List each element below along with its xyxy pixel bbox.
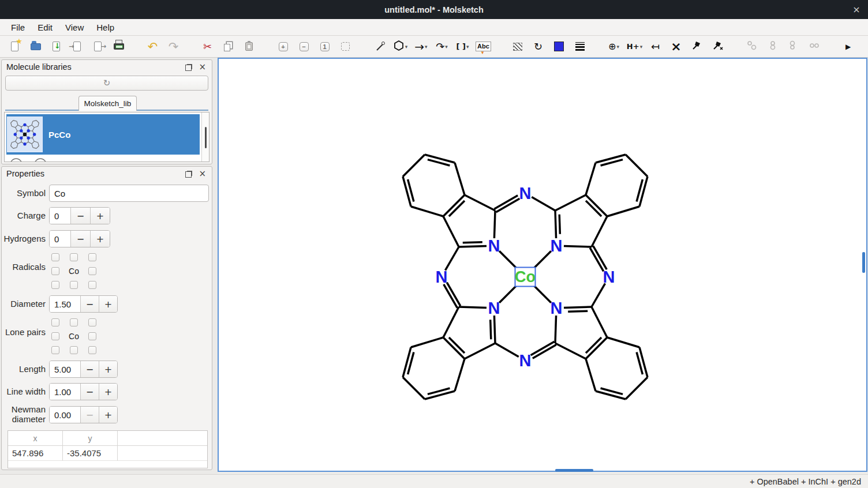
lone-pair-checkbox[interactable] bbox=[51, 346, 59, 354]
lone-pair-checkbox[interactable] bbox=[70, 318, 78, 326]
bond[interactable] bbox=[555, 316, 556, 343]
electron-flow-icon[interactable]: ↤ bbox=[648, 39, 663, 54]
radical-checkbox[interactable] bbox=[51, 267, 59, 275]
add-hydrogen-dropdown-icon[interactable]: ▾ bbox=[640, 44, 643, 50]
cut-icon[interactable]: ✂ bbox=[200, 39, 215, 54]
lone-pair-checkbox[interactable] bbox=[88, 346, 96, 354]
bond[interactable] bbox=[32, 141, 34, 144]
bond[interactable] bbox=[28, 142, 32, 144]
mechanics-icon[interactable] bbox=[689, 39, 705, 54]
bond[interactable] bbox=[586, 337, 607, 359]
bond[interactable] bbox=[443, 337, 465, 359]
diameter-increment-button[interactable]: + bbox=[99, 296, 117, 312]
save-file-icon[interactable]: ↓ bbox=[48, 39, 64, 54]
bond[interactable] bbox=[12, 126, 15, 127]
zoom-original-icon[interactable]: 1 bbox=[317, 39, 332, 54]
length-value[interactable]: 5.00 bbox=[50, 361, 80, 377]
bond[interactable] bbox=[33, 148, 36, 149]
bond[interactable] bbox=[425, 155, 455, 163]
add-hydrogen-icon[interactable]: H+▾ bbox=[627, 39, 642, 54]
atom-label-N2[interactable]: N bbox=[551, 237, 563, 255]
more-tools-icon[interactable]: ▶ bbox=[840, 39, 856, 54]
refresh-libraries-button[interactable]: ↻ bbox=[5, 76, 208, 91]
bond[interactable] bbox=[33, 121, 36, 122]
bond[interactable] bbox=[11, 142, 12, 146]
bond[interactable] bbox=[36, 146, 39, 148]
bond[interactable] bbox=[32, 138, 34, 141]
charge-value[interactable]: 0 bbox=[50, 208, 70, 224]
bond[interactable] bbox=[18, 125, 21, 127]
new-file-icon[interactable]: ★ bbox=[7, 39, 23, 54]
diameter-value[interactable]: 1.50 bbox=[50, 296, 80, 312]
bond[interactable] bbox=[17, 144, 18, 147]
bond[interactable] bbox=[16, 127, 17, 131]
bond[interactable] bbox=[34, 141, 38, 142]
bond[interactable] bbox=[639, 177, 648, 207]
bond[interactable] bbox=[38, 123, 39, 126]
atom-label-NL[interactable]: N bbox=[436, 268, 448, 286]
menu-file[interactable]: File bbox=[5, 22, 31, 32]
radical-checkbox[interactable] bbox=[88, 281, 96, 289]
import-file-icon[interactable]: → bbox=[69, 39, 85, 54]
brackets-dropdown-icon[interactable]: ▾ bbox=[466, 44, 469, 50]
print-icon[interactable] bbox=[111, 39, 126, 54]
bond[interactable] bbox=[455, 359, 465, 391]
bond[interactable] bbox=[445, 247, 459, 271]
brackets-icon[interactable]: [ ]▾ bbox=[455, 39, 470, 54]
bond[interactable] bbox=[532, 197, 555, 211]
radical-checkbox[interactable] bbox=[70, 281, 78, 289]
radical-checkbox[interactable] bbox=[70, 253, 78, 261]
bond[interactable] bbox=[592, 283, 605, 307]
bond[interactable] bbox=[586, 163, 596, 195]
draw-ring-icon[interactable]: ▾ bbox=[392, 39, 408, 54]
lone-pair-checkbox[interactable] bbox=[88, 318, 96, 326]
bond[interactable] bbox=[463, 242, 482, 243]
bond[interactable] bbox=[607, 207, 639, 216]
bond[interactable] bbox=[32, 144, 33, 147]
bond[interactable] bbox=[32, 127, 34, 131]
menu-edit[interactable]: Edit bbox=[31, 22, 59, 32]
bond[interactable] bbox=[34, 126, 38, 127]
window-close-button[interactable]: × bbox=[851, 4, 862, 15]
bond[interactable] bbox=[11, 146, 13, 148]
bond[interactable] bbox=[16, 138, 17, 141]
bond[interactable] bbox=[411, 337, 443, 347]
canvas-hscrollbar-handle[interactable] bbox=[555, 469, 593, 472]
undo-icon[interactable]: ↶ bbox=[145, 39, 160, 54]
color-picker-icon[interactable] bbox=[551, 39, 567, 54]
molecule-drawing[interactable]: CoNNNNNNNN bbox=[219, 59, 866, 471]
mechanics-add-icon[interactable] bbox=[710, 39, 725, 54]
newman-diameter-increment-button[interactable]: + bbox=[99, 407, 117, 423]
reaction-arrow-dropdown-icon[interactable]: ▾ bbox=[425, 44, 428, 50]
bond[interactable] bbox=[592, 216, 607, 247]
line-width-increment-button[interactable]: + bbox=[99, 384, 117, 400]
bond[interactable] bbox=[639, 347, 648, 377]
bond[interactable] bbox=[555, 211, 556, 238]
bond[interactable] bbox=[555, 343, 586, 359]
zoom-fit-icon[interactable] bbox=[338, 39, 353, 54]
bond[interactable] bbox=[38, 142, 39, 146]
drawing-canvas[interactable]: CoNNNNNNNN bbox=[218, 58, 867, 472]
bond[interactable] bbox=[403, 177, 411, 207]
newman-diameter-value[interactable]: 0.00 bbox=[50, 407, 80, 423]
bond[interactable] bbox=[32, 125, 34, 127]
draw-ring-dropdown-icon[interactable]: ▾ bbox=[405, 44, 408, 50]
zoom-in-icon[interactable]: + bbox=[275, 39, 291, 54]
select-area-icon[interactable] bbox=[510, 39, 525, 54]
bond[interactable] bbox=[491, 320, 491, 339]
lone-pair-checkbox[interactable] bbox=[88, 332, 96, 340]
bond[interactable] bbox=[32, 121, 33, 125]
bond[interactable] bbox=[494, 316, 495, 343]
draw-bond-icon[interactable] bbox=[372, 39, 387, 54]
float-panel-icon[interactable] bbox=[187, 171, 192, 176]
lone-pair-checkbox[interactable] bbox=[51, 318, 59, 326]
line-width-value[interactable]: 1.00 bbox=[50, 384, 80, 400]
rotate-icon[interactable]: ↻ bbox=[530, 39, 546, 54]
bond[interactable] bbox=[13, 148, 17, 149]
hydrogens-increment-button[interactable]: + bbox=[90, 231, 110, 247]
library-item-next-partial[interactable] bbox=[6, 155, 200, 162]
reaction-arrow-icon[interactable]: →▾ bbox=[413, 39, 429, 54]
length-increment-button[interactable]: + bbox=[99, 361, 117, 377]
lone-pair-checkbox[interactable] bbox=[51, 332, 59, 340]
radical-checkbox[interactable] bbox=[51, 253, 59, 261]
